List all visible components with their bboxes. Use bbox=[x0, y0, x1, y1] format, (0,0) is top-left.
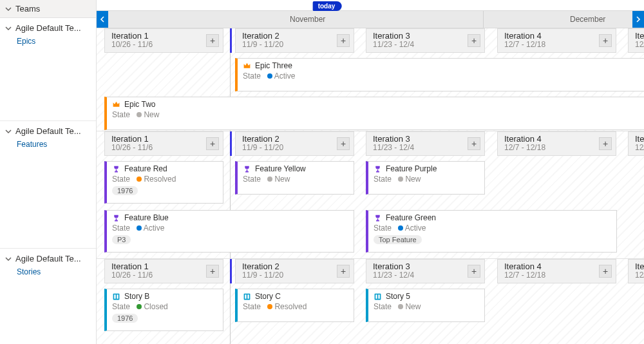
story-icon bbox=[112, 292, 120, 301]
iteration-header[interactable]: Iteration 2 11/9 - 11/20 + bbox=[235, 28, 354, 53]
add-item-button[interactable]: + bbox=[599, 137, 612, 150]
iteration-title: Iteration 3 bbox=[373, 31, 479, 41]
state-label: State bbox=[374, 224, 392, 233]
state-value: New bbox=[405, 302, 421, 311]
card-title: Story B bbox=[124, 292, 149, 301]
team-name: Agile Default Te... bbox=[15, 254, 81, 263]
iteration-range: 12/ bbox=[635, 40, 644, 49]
iteration-range: 11/9 - 11/20 bbox=[242, 271, 348, 280]
row-type-link[interactable]: Epics bbox=[17, 37, 35, 46]
state-value: New bbox=[144, 110, 159, 119]
card-title: Story 5 bbox=[386, 292, 410, 301]
iteration-range: 12/7 - 12/18 bbox=[504, 271, 611, 280]
iteration-header[interactable]: Iteration 2 11/9 - 11/20 + bbox=[235, 131, 354, 156]
today-extension bbox=[230, 283, 231, 344]
add-item-button[interactable]: + bbox=[206, 137, 219, 150]
state-label: State bbox=[243, 302, 261, 311]
svg-rect-6 bbox=[375, 293, 381, 300]
state-dot bbox=[137, 112, 142, 117]
state-value: Active bbox=[144, 224, 165, 233]
iteration-header[interactable]: Iteration 1 10/26 - 11/6 + bbox=[104, 259, 223, 283]
iteration-header[interactable]: Ite 12/ bbox=[628, 28, 644, 53]
state-dot bbox=[398, 304, 403, 309]
timeline: today November December Iteration 1 1 bbox=[97, 0, 644, 344]
today-marker bbox=[230, 28, 232, 53]
add-item-button[interactable]: + bbox=[468, 34, 480, 47]
add-item-button[interactable]: + bbox=[599, 34, 612, 47]
row-type-link[interactable]: Stories bbox=[17, 267, 41, 276]
iteration-header[interactable]: Iteration 1 10/26 - 11/6 + bbox=[104, 28, 223, 53]
svg-rect-8 bbox=[378, 294, 379, 299]
iteration-header[interactable]: Iteration 4 12/7 - 12/18 + bbox=[497, 259, 616, 283]
trophy-icon bbox=[112, 214, 120, 222]
tag: 1976 bbox=[112, 314, 138, 323]
state-value: Active bbox=[405, 224, 426, 233]
trophy-icon bbox=[112, 165, 120, 173]
row-type-link[interactable]: Features bbox=[17, 140, 47, 149]
state-dot bbox=[137, 304, 142, 309]
card-epic[interactable]: Epic Three State Active bbox=[235, 58, 644, 91]
iteration-header[interactable]: Ite 12/ bbox=[628, 131, 644, 156]
state-label: State bbox=[112, 224, 130, 233]
iteration-title: Iteration 1 bbox=[111, 262, 218, 271]
state-value: Active bbox=[274, 72, 296, 81]
chevron-down-icon[interactable] bbox=[5, 25, 12, 32]
add-item-button[interactable]: + bbox=[337, 34, 350, 47]
sidebar: Teams Agile Default Te... Epics Agile De… bbox=[0, 0, 97, 344]
iteration-range: 11/23 - 12/4 bbox=[373, 143, 479, 152]
state-value: Closed bbox=[144, 302, 167, 311]
iteration-header[interactable]: Iteration 3 11/23 - 12/4 + bbox=[366, 28, 485, 53]
chevron-down-icon[interactable] bbox=[5, 256, 12, 262]
iteration-header[interactable]: Ite 12/ bbox=[628, 259, 644, 283]
iteration-range: 10/26 - 11/6 bbox=[111, 271, 218, 280]
iteration-range: 11/23 - 12/4 bbox=[373, 40, 479, 49]
add-item-button[interactable]: + bbox=[206, 34, 219, 47]
card-feature[interactable]: Feature Purple State New bbox=[366, 161, 485, 195]
state-dot bbox=[267, 73, 272, 79]
card-title: Feature Blue bbox=[124, 213, 169, 222]
card-title: Feature Purple bbox=[386, 164, 437, 173]
iteration-header[interactable]: Iteration 4 12/7 - 12/18 + bbox=[497, 28, 616, 53]
iteration-header[interactable]: Iteration 2 11/9 - 11/20 + bbox=[235, 259, 354, 283]
add-item-button[interactable]: + bbox=[337, 265, 350, 278]
svg-rect-1 bbox=[114, 294, 115, 299]
card-story[interactable]: Story C State Resolved bbox=[235, 289, 354, 322]
card-story[interactable]: Story 5 State New bbox=[366, 289, 485, 322]
add-item-button[interactable]: + bbox=[206, 265, 219, 278]
iteration-header[interactable]: Iteration 4 12/7 - 12/18 + bbox=[497, 131, 616, 156]
today-badge: today bbox=[313, 1, 342, 11]
card-feature[interactable]: Feature Blue State Active P3 bbox=[104, 210, 354, 253]
state-dot bbox=[267, 304, 272, 309]
iteration-range: 11/9 - 11/20 bbox=[242, 143, 348, 152]
iteration-title: Ite bbox=[635, 262, 644, 271]
card-feature[interactable]: Feature Green State Active Top Feature bbox=[366, 210, 617, 253]
svg-rect-7 bbox=[375, 294, 377, 299]
team-section: Agile Default Te... Epics bbox=[0, 18, 96, 121]
card-epic[interactable]: Epic Two State New bbox=[104, 97, 644, 130]
iteration-range: 11/9 - 11/20 bbox=[242, 40, 348, 49]
card-story[interactable]: Story B State Closed 1976 bbox=[104, 289, 223, 331]
today-marker bbox=[230, 259, 232, 283]
card-title: Epic Three bbox=[255, 61, 292, 70]
chevron-down-icon[interactable] bbox=[5, 128, 12, 135]
iteration-title: Iteration 2 bbox=[242, 262, 348, 271]
svg-rect-4 bbox=[245, 294, 246, 299]
add-item-button[interactable]: + bbox=[468, 265, 480, 278]
iteration-header[interactable]: Iteration 3 11/23 - 12/4 + bbox=[366, 259, 485, 283]
svg-rect-0 bbox=[113, 293, 120, 300]
add-item-button[interactable]: + bbox=[599, 265, 612, 278]
add-item-button[interactable]: + bbox=[468, 137, 480, 150]
iteration-range: 12/ bbox=[635, 143, 644, 152]
card-feature[interactable]: Feature Yellow State New bbox=[235, 161, 354, 195]
iteration-header[interactable]: Iteration 1 10/26 - 11/6 + bbox=[104, 131, 223, 156]
state-value: Resolved bbox=[274, 302, 307, 311]
teams-header[interactable]: Teams bbox=[0, 0, 96, 18]
lane-epics: Iteration 1 10/26 - 11/6 + Iteration 2 1… bbox=[97, 28, 644, 131]
svg-rect-2 bbox=[117, 294, 118, 299]
card-feature[interactable]: Feature Red State Resolved 1976 bbox=[104, 161, 223, 204]
scroll-right-button[interactable] bbox=[632, 11, 644, 28]
scroll-left-button[interactable] bbox=[97, 11, 108, 28]
iteration-header[interactable]: Iteration 3 11/23 - 12/4 + bbox=[366, 131, 485, 156]
add-item-button[interactable]: + bbox=[337, 137, 350, 150]
card-title: Story C bbox=[255, 292, 281, 301]
